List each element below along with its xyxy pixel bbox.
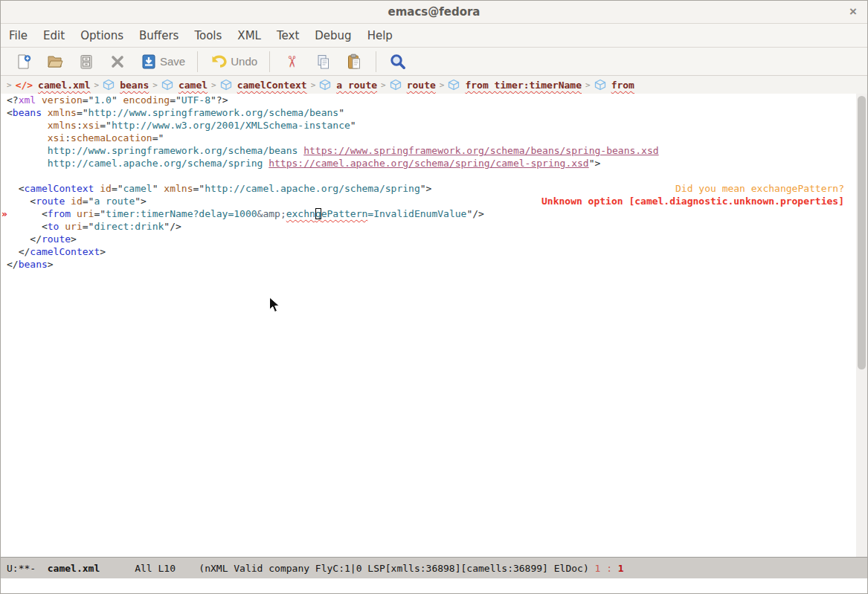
echo-area[interactable] [1, 578, 867, 593]
modeline-text: U:**- [7, 563, 48, 574]
code-line-12: </route> [7, 233, 856, 245]
code-line-3: xmlns:xsi="http://www.w3.org/2001/XMLSch… [7, 119, 856, 132]
cube-icon [448, 79, 460, 91]
buffer-name: camel.xml [48, 563, 100, 574]
mode-line[interactable]: U:**- camel.xml All L10 (nXML Valid comp… [1, 557, 867, 578]
toolbar-group: ✂ [276, 48, 370, 75]
breadcrumb: ></>camel.xml>beans>camel>camelContext>a… [1, 76, 867, 94]
diagnostic-warning: Did you mean exchangePattern? [675, 182, 844, 195]
diagnostic-error: Unknown option [camel.diagnostic.unknown… [541, 195, 844, 207]
flycheck-count: 1 [618, 563, 624, 574]
menu-bar: FileEditOptionsBuffersToolsXMLTextDebugH… [1, 24, 867, 48]
close-buffer-icon [108, 52, 127, 71]
code-line-14: </beans> [7, 258, 856, 271]
emacs-window: emacs@fedora × FileEditOptionsBuffersToo… [0, 0, 868, 594]
menu-help[interactable]: Help [361, 26, 399, 45]
breadcrumb-separator: > [585, 80, 591, 90]
breadcrumb-separator: > [94, 80, 100, 90]
breadcrumb-item-beans[interactable]: beans [103, 79, 149, 91]
breadcrumb-label: camel [179, 80, 208, 91]
code-line-6: http://camel.apache.org/schema/spring ht… [7, 157, 856, 170]
file-cabinet-button[interactable] [72, 51, 100, 73]
modeline-text: All L10 [135, 563, 176, 574]
save-button[interactable]: Save [135, 51, 190, 73]
paste-icon [344, 52, 364, 71]
fringe-error-marker: » [1, 207, 12, 220]
modeline-text [176, 563, 199, 574]
copy-button[interactable] [309, 51, 337, 73]
tool-bar: SaveUndo✂ [1, 48, 867, 76]
modeline-text [612, 563, 618, 574]
breadcrumb-label: route [407, 80, 436, 91]
breadcrumb-item-route[interactable]: route [390, 79, 436, 91]
menu-options[interactable]: Options [74, 26, 129, 45]
cube-icon [103, 79, 115, 91]
breadcrumb-item-from-timer-timername[interactable]: from timer:timerName [448, 79, 582, 91]
modeline-text [589, 563, 595, 574]
menu-text[interactable]: Text [271, 26, 305, 45]
flycheck-count: 1 [595, 563, 601, 574]
close-button[interactable]: × [846, 4, 861, 19]
search-icon [388, 52, 408, 71]
code-line-7 [7, 170, 856, 182]
cut-icon: ✂ [282, 52, 301, 71]
breadcrumb-item-a-route[interactable]: a route [319, 79, 377, 91]
toolbar-separator [269, 51, 270, 72]
new-file-icon [14, 52, 33, 71]
cube-icon [390, 79, 402, 91]
breadcrumb-separator: > [440, 80, 445, 90]
breadcrumb-label: camelContext [237, 80, 307, 91]
title-bar[interactable]: emacs@fedora × [1, 1, 867, 24]
paste-button[interactable] [340, 51, 368, 73]
breadcrumb-item-camel[interactable]: camel [161, 79, 208, 91]
code-tag-icon: </> [16, 80, 33, 91]
code-line-1: <?xml version="1.0" encoding="UTF-8"?> [7, 94, 856, 106]
toolbar-group: Save [8, 48, 191, 75]
open-folder-icon [45, 52, 65, 71]
editor-area[interactable]: <?xml version="1.0" encoding="UTF-8"?><b… [1, 94, 867, 557]
breadcrumb-separator: > [7, 80, 12, 90]
breadcrumb-item-from[interactable]: from [594, 79, 634, 91]
search-button[interactable] [384, 51, 412, 73]
scrollbar[interactable] [856, 94, 867, 557]
menu-tools[interactable]: Tools [188, 26, 228, 45]
menu-debug[interactable]: Debug [309, 26, 357, 45]
undo-button[interactable]: Undo [205, 51, 262, 73]
save-icon [139, 52, 158, 71]
breadcrumb-label: a route [336, 80, 377, 91]
flycheck-count: : [606, 563, 612, 574]
cube-icon [594, 79, 606, 91]
breadcrumb-label: camel.xml [38, 80, 90, 91]
modeline-text [600, 563, 606, 574]
menu-file[interactable]: File [3, 26, 33, 45]
breadcrumb-separator: > [311, 80, 316, 90]
toolbar-group: Undo [204, 48, 263, 75]
breadcrumb-item-camel-xml[interactable]: </>camel.xml [16, 80, 91, 91]
toolbar-separator [197, 51, 198, 72]
undo-icon [210, 52, 229, 71]
copy-icon [313, 52, 332, 71]
code-line-4: xsi:schemaLocation=" [7, 132, 856, 144]
window-title: emacs@fedora [1, 5, 867, 19]
breadcrumb-item-camelcontext[interactable]: camelContext [220, 79, 307, 91]
toolbar-separator [376, 51, 376, 72]
menu-edit[interactable]: Edit [37, 26, 71, 45]
code-line-11: <to uri="direct:drink"/> [7, 220, 856, 233]
menu-buffers[interactable]: Buffers [133, 26, 184, 45]
breadcrumb-separator: > [381, 80, 386, 90]
cut-button[interactable]: ✂ [277, 51, 306, 73]
breadcrumb-label: beans [120, 80, 149, 91]
breadcrumb-separator: > [211, 80, 216, 90]
modeline-text: (nXML Valid company FlyC:1|0 LSP[xmlls:3… [199, 563, 588, 574]
close-buffer-button[interactable] [103, 51, 132, 73]
breadcrumb-separator: > [152, 80, 158, 90]
open-folder-button[interactable] [41, 51, 69, 73]
modeline-text [100, 563, 135, 574]
cube-icon [220, 79, 232, 91]
cube-icon [319, 79, 331, 91]
scrollbar-thumb[interactable] [858, 96, 866, 369]
new-file-button[interactable] [10, 51, 38, 73]
menu-xml[interactable]: XML [231, 26, 267, 45]
toolbar-button-label: Undo [231, 55, 257, 68]
code-buffer[interactable]: <?xml version="1.0" encoding="UTF-8"?><b… [1, 94, 856, 557]
